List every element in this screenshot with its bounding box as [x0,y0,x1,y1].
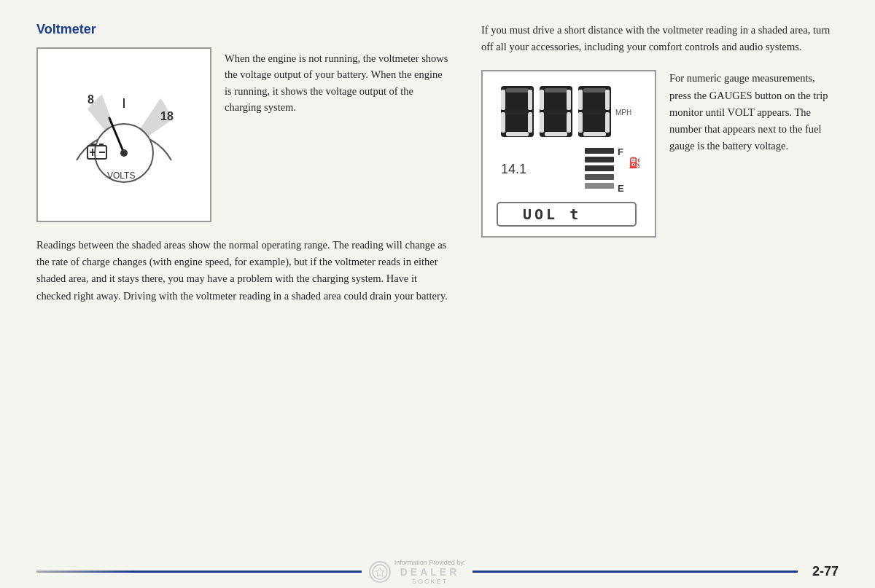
svg-text:VOLTS: VOLTS [107,170,135,181]
svg-text:UOL t: UOL t [523,205,581,223]
svg-rect-44 [585,183,614,189]
svg-rect-33 [605,112,610,133]
svg-rect-34 [583,110,606,114]
svg-rect-18 [528,90,532,110]
digital-display-area: MPH 14.1 F ⛽ [481,70,839,238]
description-text: When the engine is not running, the volt… [225,47,452,116]
svg-rect-40 [585,148,614,154]
svg-rect-24 [545,88,567,93]
voltmeter-gauge-svg: 8 18 [47,58,201,211]
gauge-diagram: 8 18 [36,47,211,222]
svg-rect-22 [501,112,505,133]
svg-rect-37 [583,132,606,136]
svg-rect-35 [578,90,583,110]
page-number: 2-77 [812,564,839,579]
voltmeter-box-area: 8 18 [36,47,452,222]
svg-rect-29 [540,112,544,133]
svg-text:18: 18 [160,110,174,122]
digital-text: For numeric gauge measurements, press th… [669,70,839,154]
digital-gauge-svg: MPH 14.1 F ⛽ [490,79,650,232]
footer-line-right [472,571,798,573]
footer-dealer-area: Information Provided by: DEALER SOCKET [369,559,466,585]
footer: Information Provided by: DEALER SOCKET 2… [0,555,875,588]
section-title: Voltmeter [36,22,452,37]
dealer-icon [372,564,388,580]
svg-rect-8 [99,144,104,146]
svg-rect-41 [585,157,614,162]
page-content: Voltmeter 8 [0,0,875,588]
left-column: Voltmeter 8 [36,22,452,588]
main-columns: Voltmeter 8 [36,22,839,588]
footer-logo: DEALER [400,566,460,578]
right-column: If you must drive a short distance with … [481,22,839,588]
footer-circle-icon [369,561,391,583]
svg-rect-28 [540,90,544,110]
svg-rect-25 [567,90,571,110]
svg-rect-17 [506,88,529,93]
digital-gauge-box: MPH 14.1 F ⛽ [481,70,656,238]
svg-rect-20 [506,110,529,114]
svg-rect-27 [545,110,567,114]
svg-rect-7 [91,144,96,146]
svg-rect-21 [501,90,505,110]
svg-rect-26 [567,112,571,133]
svg-rect-23 [506,132,529,136]
svg-rect-36 [578,112,583,133]
svg-text:14.1: 14.1 [501,162,526,176]
svg-text:8: 8 [88,93,94,106]
svg-text:E: E [618,183,624,194]
svg-text:MPH: MPH [615,109,631,117]
info-text: Information Provided by: [394,559,466,566]
svg-point-5 [120,149,128,157]
svg-rect-32 [605,90,610,110]
readings-text: Readings between the shaded areas show t… [36,237,452,305]
svg-rect-43 [585,174,614,180]
svg-rect-19 [528,112,532,133]
footer-line-left [36,571,362,573]
footer-sub: SOCKET [412,578,448,585]
svg-rect-31 [583,88,606,93]
svg-text:F: F [618,146,623,157]
svg-rect-42 [585,165,614,171]
right-top-text: If you must drive a short distance with … [481,22,839,55]
svg-text:⛽: ⛽ [629,157,642,169]
svg-rect-30 [545,132,567,136]
